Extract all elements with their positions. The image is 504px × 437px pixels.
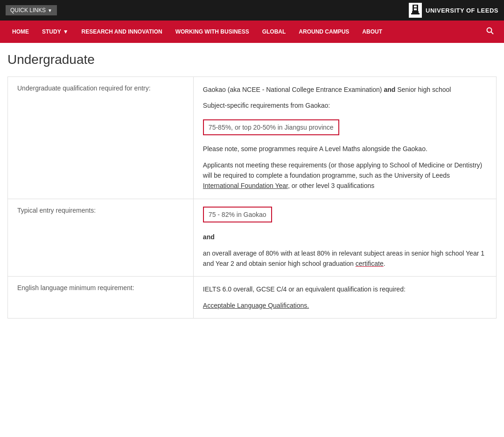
ielts-text: IELTS 6.0 overall, GCSE C/4 or an equiva… [203, 284, 487, 294]
table-row: Undergraduate qualification required for… [8, 77, 497, 199]
international-foundation-year-link[interactable]: International Foundation Year [203, 182, 288, 189]
foundation-note: Applicants not meeting these requirement… [203, 160, 487, 191]
gaokao-intro: Gaokao (aka NCEE - National College Entr… [203, 84, 487, 95]
table-row: Typical entry requirements: 75 - 82% in … [8, 199, 497, 277]
label-cell-1: Undergraduate qualification required for… [8, 77, 194, 199]
study-dropdown-icon: ▼ [63, 28, 69, 35]
logo-icon [409, 3, 422, 18]
entry-details: an overall average of 80% with at least … [203, 248, 487, 269]
nav-working[interactable]: WORKING WITH BUSINESS [169, 22, 256, 42]
requirements-table: Undergraduate qualification required for… [7, 76, 497, 319]
value-cell-2: 75 - 82% in Gaokao and an overall averag… [193, 199, 496, 277]
nav-study[interactable]: STUDY ▼ [35, 22, 75, 42]
label-cell-3: English language minimum requirement: [8, 277, 194, 319]
acceptable-language-qualifications-link[interactable]: Acceptable Language Qualifications. [203, 302, 309, 309]
nav-research[interactable]: RESEARCH AND INNOVATION [75, 22, 169, 42]
quick-links-label: QUICK LINKS [10, 7, 46, 14]
svg-rect-4 [415, 8, 417, 10]
search-icon[interactable] [482, 21, 498, 43]
page-content: Undergraduate Undergraduate qualificatio… [0, 43, 504, 328]
university-logo: UNIVERSITY OF LEEDS [409, 3, 498, 18]
svg-rect-2 [415, 6, 417, 7]
svg-point-8 [487, 28, 492, 33]
nav-about[interactable]: ABOUT [356, 22, 389, 42]
table-row: English language minimum requirement: IE… [8, 277, 497, 319]
svg-rect-5 [411, 13, 420, 14]
gaokao-percentage-highlight: 75-85%, or top 20-50% in Jiangsu provinc… [203, 119, 339, 135]
gaokao-range-wrapper: 75 - 82% in Gaokao [203, 207, 487, 226]
gaokao-range-highlight: 75 - 82% in Gaokao [203, 207, 272, 222]
nav-home[interactable]: HOME [6, 22, 35, 42]
university-name: UNIVERSITY OF LEEDS [426, 7, 498, 14]
main-nav: HOME STUDY ▼ RESEARCH AND INNOVATION WOR… [0, 21, 504, 43]
quick-links-arrow: ▼ [48, 8, 52, 13]
and-label: and [203, 232, 487, 242]
top-bar: QUICK LINKS ▼ UNIVERSITY OF LEEDS [0, 0, 504, 21]
language-qualifications-link-wrapper: Acceptable Language Qualifications. [203, 300, 487, 311]
value-cell-3: IELTS 6.0 overall, GCSE C/4 or an equiva… [193, 277, 496, 319]
label-cell-2: Typical entry requirements: [8, 199, 194, 277]
subject-req-label: Subject-specific requirements from Gaoka… [203, 100, 487, 111]
svg-line-9 [491, 32, 494, 35]
svg-rect-6 [412, 11, 413, 13]
svg-rect-1 [414, 6, 415, 7]
highlight-box-wrapper: 75-85%, or top 20-50% in Jiangsu provinc… [203, 117, 487, 138]
quick-links-button[interactable]: QUICK LINKS ▼ [6, 5, 57, 15]
nav-around-campus[interactable]: AROUND CAMPUS [292, 22, 356, 42]
a-level-note: Please note, some programmes require A L… [203, 144, 487, 154]
svg-rect-3 [414, 8, 415, 10]
nav-global[interactable]: GLOBAL [256, 22, 293, 42]
svg-rect-7 [418, 11, 419, 13]
page-title: Undergraduate [7, 52, 497, 67]
value-cell-1: Gaokao (aka NCEE - National College Entr… [193, 77, 496, 199]
